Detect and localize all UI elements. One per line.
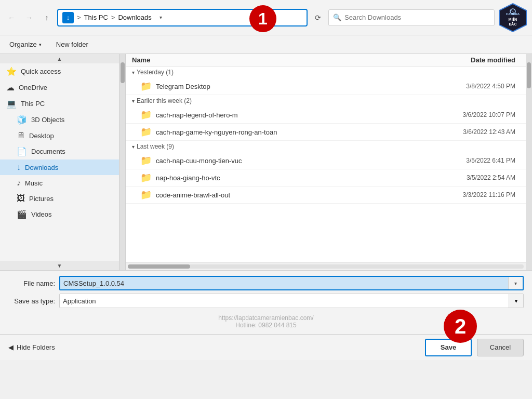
svg-text:BẮC: BẮC [509, 21, 516, 26]
filename-input[interactable] [60, 277, 508, 289]
main-area: ▲ ⭐ Quick access ☁ OneDrive 💻 This PC 🧊 … [0, 54, 532, 270]
savetype-select-wrap: ▾ [59, 294, 524, 308]
hide-folders-label: Hide Folders [17, 343, 55, 351]
table-row[interactable]: 📁 cach-nap-game-ky-nguyen-rong-an-toan 3… [126, 124, 526, 141]
badge-2: 2 [444, 310, 477, 343]
table-row[interactable]: 📁 Telegram Desktop 3/8/2022 4:50 PM [126, 78, 526, 95]
documents-icon: 📄 [17, 147, 27, 156]
sidebar-item-desktop[interactable]: 🖥 Desktop [0, 128, 119, 143]
group-toggle-last-week[interactable]: ▾ [132, 144, 135, 150]
search-icon: 🔍 [333, 14, 341, 21]
search-input[interactable] [344, 14, 490, 21]
column-headers: Name Date modified [126, 54, 526, 66]
sidebar-item-label: 3D Objects [31, 116, 64, 124]
table-row[interactable]: 📁 cach-nap-cuu-mong-tien-vuc 3/5/2022 6:… [126, 152, 526, 169]
group-toggle-earlier[interactable]: ▾ [132, 98, 135, 104]
content-main-wrap: Name Date modified ▾ Yesterday (1) 📁 Tel… [126, 54, 532, 270]
breadcrumb-current[interactable]: Downloads [118, 14, 151, 21]
sidebar-scroll-thumb [121, 62, 125, 83]
organize-button[interactable]: Organize ▾ [6, 38, 45, 50]
file-rows-scroll[interactable]: ▾ Yesterday (1) 📁 Telegram Desktop 3/8/2… [126, 66, 526, 262]
sidebar-item-3d-objects[interactable]: 🧊 3D Objects [0, 112, 119, 128]
desktop-icon: 🖥 [17, 131, 25, 140]
hide-folders-arrow: ◀ [8, 343, 14, 351]
back-button[interactable]: ← [4, 10, 19, 25]
folder-icon: 📁 [140, 189, 152, 201]
sidebar-items: ⭐ Quick access ☁ OneDrive 💻 This PC 🧊 3D… [0, 63, 119, 222]
hide-folders-button[interactable]: ◀ Hide Folders [8, 343, 55, 351]
up-button[interactable]: ↑ [39, 10, 54, 25]
sidebar-item-pictures[interactable]: 🖼 Pictures [0, 191, 119, 206]
sidebar: ▲ ⭐ Quick access ☁ OneDrive 💻 This PC 🧊 … [0, 54, 119, 270]
3d-objects-icon: 🧊 [17, 115, 27, 125]
quick-access-icon: ⭐ [6, 66, 17, 76]
file-date: 3/8/2022 4:50 PM [436, 83, 520, 90]
savetype-dropdown[interactable]: ▾ [509, 294, 523, 308]
sidebar-item-label: Downloads [25, 164, 58, 171]
footer-buttons: Save Cancel [425, 339, 524, 356]
music-icon: ♪ [17, 178, 21, 188]
download-icon: ↓ [62, 12, 74, 23]
breadcrumb-sep1: > [77, 14, 81, 21]
filename-input-wrap: ▾ [59, 276, 524, 290]
file-name: nap-hoa-giang-ho-vtc [156, 174, 432, 182]
sidebar-item-this-pc[interactable]: 💻 This PC [0, 96, 119, 112]
organize-chevron: ▾ [39, 42, 42, 47]
sidebar-scroll-down[interactable]: ▼ [0, 261, 119, 270]
logo: CAMERA MIỀN BẮC [498, 3, 528, 33]
new-folder-button[interactable]: New folder [53, 38, 91, 50]
table-row[interactable]: 📁 nap-hoa-giang-ho-vtc 3/5/2022 2:54 AM [126, 169, 526, 187]
group-label-yesterday: Yesterday (1) [137, 69, 174, 76]
content-scroll-thumb [527, 62, 531, 88]
breadcrumb-dropdown[interactable]: ▾ [155, 10, 167, 25]
sidebar-item-label: Music [25, 179, 43, 187]
group-yesterday: ▾ Yesterday (1) [126, 66, 526, 78]
sidebar-scroll-up[interactable]: ▲ [0, 54, 119, 63]
sidebar-item-label: This PC [21, 100, 45, 108]
content-right-scrollbar[interactable] [526, 54, 532, 270]
sidebar-item-label: Pictures [29, 195, 54, 203]
svg-text:MIỀN: MIỀN [509, 17, 517, 21]
cancel-button[interactable]: Cancel [477, 339, 524, 356]
table-row[interactable]: 📁 code-anime-brawl-all-out 3/3/2022 11:1… [126, 187, 526, 204]
breadcrumb-root[interactable]: This PC [84, 14, 108, 21]
horizontal-scrollbar[interactable] [126, 262, 526, 270]
sidebar-scrollbar[interactable] [119, 54, 126, 270]
sidebar-item-onedrive[interactable]: ☁ OneDrive [0, 79, 119, 96]
logo-area: CAMERA MIỀN BẮC [498, 3, 528, 33]
badge-1: 1 [249, 5, 276, 32]
new-folder-label: New folder [56, 41, 88, 48]
table-row[interactable]: 📁 cach-nap-legend-of-hero-m 3/6/2022 10:… [126, 107, 526, 124]
h-scroll-thumb [128, 264, 190, 269]
sidebar-item-videos[interactable]: 🎬 Videos [0, 206, 119, 222]
sidebar-item-downloads[interactable]: ↓ Downloads [0, 159, 119, 175]
folder-icon: 📁 [140, 126, 152, 138]
sidebar-item-music[interactable]: ♪ Music [0, 175, 119, 191]
file-date: 3/5/2022 6:41 PM [436, 157, 520, 164]
filename-dropdown[interactable]: ▾ [508, 277, 523, 289]
group-toggle-yesterday[interactable]: ▾ [132, 70, 135, 75]
savetype-input[interactable] [60, 294, 509, 308]
search-box: 🔍 [328, 9, 495, 26]
group-label-earlier: Earlier this week (2) [137, 97, 192, 104]
forward-button[interactable]: → [22, 10, 36, 25]
folder-icon: 📁 [140, 81, 152, 92]
file-name: cach-nap-cuu-mong-tien-vuc [156, 157, 432, 165]
col-name: Name [132, 56, 436, 64]
sidebar-item-label: Desktop [29, 132, 54, 140]
sidebar-item-label: OneDrive [19, 84, 47, 91]
sidebar-item-label: Documents [31, 148, 65, 155]
file-date: 3/3/2022 11:16 PM [436, 191, 520, 198]
file-name: code-anime-brawl-all-out [156, 191, 432, 199]
organize-label: Organize [9, 41, 37, 48]
savetype-row: Save as type: ▾ [8, 294, 524, 308]
filename-label: File name: [8, 280, 55, 287]
sidebar-item-label: Videos [31, 210, 52, 218]
refresh-button[interactable]: ⟳ [311, 10, 325, 25]
folder-icon: 📁 [140, 172, 152, 183]
action-bar: Organize ▾ New folder [0, 35, 532, 54]
sidebar-item-quick-access[interactable]: ⭐ Quick access [0, 63, 119, 79]
group-last-week: ▾ Last week (9) [126, 141, 526, 152]
folder-icon: 📁 [140, 109, 152, 121]
sidebar-item-documents[interactable]: 📄 Documents [0, 143, 119, 159]
